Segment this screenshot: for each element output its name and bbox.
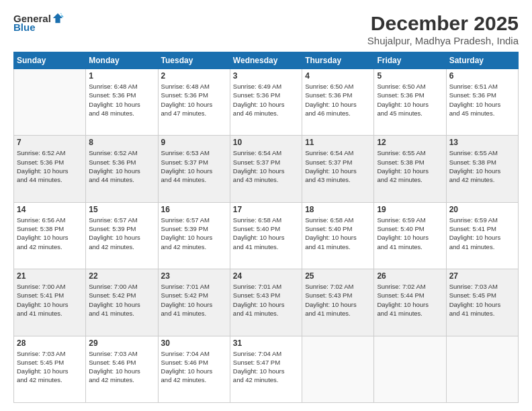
table-row: 12Sunrise: 6:55 AM Sunset: 5:38 PM Dayli…: [374, 136, 446, 202]
day-number: 6: [449, 71, 515, 81]
header: General Blue December 2025 Shujalpur, Ma…: [13, 12, 519, 46]
day-info: Sunrise: 7:02 AM Sunset: 5:43 PM Dayligh…: [305, 282, 371, 318]
day-info: Sunrise: 6:53 AM Sunset: 5:37 PM Dayligh…: [161, 148, 227, 184]
day-number: 17: [233, 205, 299, 214]
table-row: 5Sunrise: 6:50 AM Sunset: 5:36 PM Daylig…: [374, 69, 446, 136]
day-number: 28: [17, 338, 83, 348]
month-title: December 2025: [367, 12, 519, 35]
table-row: 16Sunrise: 6:57 AM Sunset: 5:39 PM Dayli…: [158, 202, 230, 269]
calendar-week-1: 7Sunrise: 6:52 AM Sunset: 5:36 PM Daylig…: [14, 136, 519, 202]
day-info: Sunrise: 6:56 AM Sunset: 5:38 PM Dayligh…: [17, 216, 83, 251]
table-row: 3Sunrise: 6:49 AM Sunset: 5:36 PM Daylig…: [230, 69, 302, 136]
calendar-table: Sunday Monday Tuesday Wednesday Thursday…: [13, 52, 519, 403]
logo: General Blue: [13, 12, 64, 33]
calendar-week-2: 14Sunrise: 6:56 AM Sunset: 5:38 PM Dayli…: [14, 202, 519, 269]
table-row: 19Sunrise: 6:59 AM Sunset: 5:40 PM Dayli…: [374, 202, 446, 269]
day-info: Sunrise: 6:50 AM Sunset: 5:36 PM Dayligh…: [377, 82, 443, 118]
table-row: 6Sunrise: 6:51 AM Sunset: 5:36 PM Daylig…: [446, 69, 518, 136]
day-info: Sunrise: 7:04 AM Sunset: 5:46 PM Dayligh…: [161, 349, 227, 385]
day-number: 29: [89, 338, 154, 348]
calendar-week-3: 21Sunrise: 7:00 AM Sunset: 5:41 PM Dayli…: [14, 269, 519, 336]
day-number: 21: [17, 271, 83, 281]
day-info: Sunrise: 6:51 AM Sunset: 5:36 PM Dayligh…: [449, 82, 515, 118]
day-info: Sunrise: 7:04 AM Sunset: 5:47 PM Dayligh…: [233, 349, 299, 385]
day-info: Sunrise: 7:00 AM Sunset: 5:42 PM Dayligh…: [89, 282, 154, 318]
day-info: Sunrise: 6:55 AM Sunset: 5:38 PM Dayligh…: [377, 148, 443, 184]
calendar-week-4: 28Sunrise: 7:03 AM Sunset: 5:45 PM Dayli…: [14, 336, 519, 402]
day-number: 27: [449, 271, 515, 281]
table-row: 20Sunrise: 6:59 AM Sunset: 5:41 PM Dayli…: [446, 202, 518, 269]
day-number: 3: [233, 71, 299, 81]
table-row: 7Sunrise: 6:52 AM Sunset: 5:36 PM Daylig…: [14, 136, 86, 202]
day-number: 26: [377, 271, 443, 281]
day-info: Sunrise: 6:58 AM Sunset: 5:40 PM Dayligh…: [305, 216, 371, 251]
col-tuesday: Tuesday: [158, 52, 230, 69]
day-number: 31: [233, 338, 299, 348]
day-info: Sunrise: 7:00 AM Sunset: 5:41 PM Dayligh…: [17, 282, 83, 318]
day-number: 10: [233, 138, 299, 147]
logo-blue-text: Blue: [13, 21, 36, 33]
table-row: [14, 69, 86, 136]
table-row: 1Sunrise: 6:48 AM Sunset: 5:36 PM Daylig…: [86, 69, 158, 136]
table-row: 21Sunrise: 7:00 AM Sunset: 5:41 PM Dayli…: [14, 269, 86, 336]
logo-icon: [52, 12, 64, 24]
day-info: Sunrise: 6:48 AM Sunset: 5:36 PM Dayligh…: [161, 82, 227, 118]
day-number: 5: [377, 71, 443, 81]
day-number: 18: [305, 205, 371, 214]
day-info: Sunrise: 7:03 AM Sunset: 5:46 PM Dayligh…: [89, 349, 154, 385]
table-row: 14Sunrise: 6:56 AM Sunset: 5:38 PM Dayli…: [14, 202, 86, 269]
day-info: Sunrise: 6:54 AM Sunset: 5:37 PM Dayligh…: [233, 148, 299, 184]
day-number: 9: [161, 138, 227, 147]
day-number: 11: [305, 138, 371, 147]
day-info: Sunrise: 7:01 AM Sunset: 5:43 PM Dayligh…: [233, 282, 299, 318]
table-row: 11Sunrise: 6:54 AM Sunset: 5:37 PM Dayli…: [302, 136, 374, 202]
page: General Blue December 2025 Shujalpur, Ma…: [0, 0, 532, 411]
table-row: 17Sunrise: 6:58 AM Sunset: 5:40 PM Dayli…: [230, 202, 302, 269]
table-row: 9Sunrise: 6:53 AM Sunset: 5:37 PM Daylig…: [158, 136, 230, 202]
col-sunday: Sunday: [14, 52, 86, 69]
table-row: 23Sunrise: 7:01 AM Sunset: 5:42 PM Dayli…: [158, 269, 230, 336]
day-number: 16: [161, 205, 227, 214]
table-row: 27Sunrise: 7:03 AM Sunset: 5:45 PM Dayli…: [446, 269, 518, 336]
table-row: [374, 336, 446, 402]
svg-marker-0: [53, 13, 62, 23]
day-info: Sunrise: 6:57 AM Sunset: 5:39 PM Dayligh…: [89, 216, 154, 251]
day-info: Sunrise: 6:54 AM Sunset: 5:37 PM Dayligh…: [305, 148, 371, 184]
col-saturday: Saturday: [446, 52, 518, 69]
day-number: 24: [233, 271, 299, 281]
day-number: 22: [89, 271, 154, 281]
table-row: 8Sunrise: 6:52 AM Sunset: 5:36 PM Daylig…: [86, 136, 158, 202]
day-number: 2: [161, 71, 227, 81]
day-info: Sunrise: 7:03 AM Sunset: 5:45 PM Dayligh…: [17, 349, 83, 385]
day-number: 13: [449, 138, 515, 147]
day-number: 12: [377, 138, 443, 147]
table-row: 15Sunrise: 6:57 AM Sunset: 5:39 PM Dayli…: [86, 202, 158, 269]
day-number: 20: [449, 205, 515, 214]
day-number: 25: [305, 271, 371, 281]
title-block: December 2025 Shujalpur, Madhya Pradesh,…: [367, 12, 519, 46]
day-number: 8: [89, 138, 154, 147]
table-row: [302, 336, 374, 402]
table-row: 4Sunrise: 6:50 AM Sunset: 5:36 PM Daylig…: [302, 69, 374, 136]
col-thursday: Thursday: [302, 52, 374, 69]
table-row: 25Sunrise: 7:02 AM Sunset: 5:43 PM Dayli…: [302, 269, 374, 336]
col-friday: Friday: [374, 52, 446, 69]
day-number: 19: [377, 205, 443, 214]
table-row: 18Sunrise: 6:58 AM Sunset: 5:40 PM Dayli…: [302, 202, 374, 269]
day-info: Sunrise: 6:59 AM Sunset: 5:40 PM Dayligh…: [377, 216, 443, 251]
day-number: 14: [17, 205, 83, 214]
day-info: Sunrise: 6:52 AM Sunset: 5:36 PM Dayligh…: [17, 148, 83, 184]
day-number: 4: [305, 71, 371, 81]
day-info: Sunrise: 6:50 AM Sunset: 5:36 PM Dayligh…: [305, 82, 371, 118]
table-row: 10Sunrise: 6:54 AM Sunset: 5:37 PM Dayli…: [230, 136, 302, 202]
day-info: Sunrise: 6:49 AM Sunset: 5:36 PM Dayligh…: [233, 82, 299, 118]
col-wednesday: Wednesday: [230, 52, 302, 69]
table-row: [446, 336, 518, 402]
table-row: 30Sunrise: 7:04 AM Sunset: 5:46 PM Dayli…: [158, 336, 230, 402]
table-row: 13Sunrise: 6:55 AM Sunset: 5:38 PM Dayli…: [446, 136, 518, 202]
table-row: 29Sunrise: 7:03 AM Sunset: 5:46 PM Dayli…: [86, 336, 158, 402]
day-number: 23: [161, 271, 227, 281]
col-monday: Monday: [86, 52, 158, 69]
day-number: 15: [89, 205, 154, 214]
day-number: 30: [161, 338, 227, 348]
